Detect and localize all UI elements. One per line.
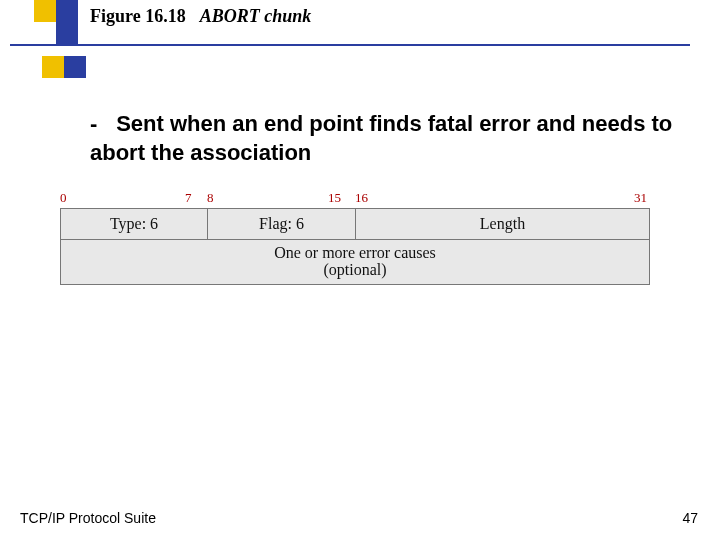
field-text: One or more error causes [274,245,436,262]
bit-scale: 0 7 8 15 16 31 [60,190,650,208]
slide-logo [0,0,90,100]
logo-square [56,0,78,22]
slide: Figure 16.18 ABORT chunk - Sent when an … [0,0,720,540]
bit-label: 15 [328,190,341,206]
logo-square [42,56,64,78]
bullet-item: - Sent when an end point finds fatal err… [90,110,680,167]
bullet-text: Sent when an end point finds fatal error… [90,111,672,165]
figure-title: Figure 16.18 ABORT chunk [90,6,311,27]
field-type: Type: 6 [61,209,208,239]
figure-number: Figure 16.18 [90,6,186,26]
field-error-causes: One or more error causes (optional) [61,240,649,284]
logo-square [64,56,86,78]
field-flag: Flag: 6 [208,209,356,239]
figure-caption: ABORT chunk [200,6,312,26]
logo-square [34,0,56,22]
bullet-dash: - [90,110,110,139]
title-rule [10,44,690,46]
page-number: 47 [682,510,698,526]
field-length: Length [356,209,649,239]
packet-row: Type: 6 Flag: 6 Length [60,208,650,240]
packet-diagram: 0 7 8 15 16 31 Type: 6 Flag: 6 Length On… [60,190,650,285]
bit-label: 7 [185,190,192,206]
bit-label: 8 [207,190,214,206]
packet-row: One or more error causes (optional) [60,240,650,285]
logo-square [56,22,78,44]
footer-text: TCP/IP Protocol Suite [20,510,156,526]
field-text: (optional) [323,262,386,279]
bit-label: 16 [355,190,368,206]
bit-label: 0 [60,190,67,206]
bit-label: 31 [634,190,647,206]
